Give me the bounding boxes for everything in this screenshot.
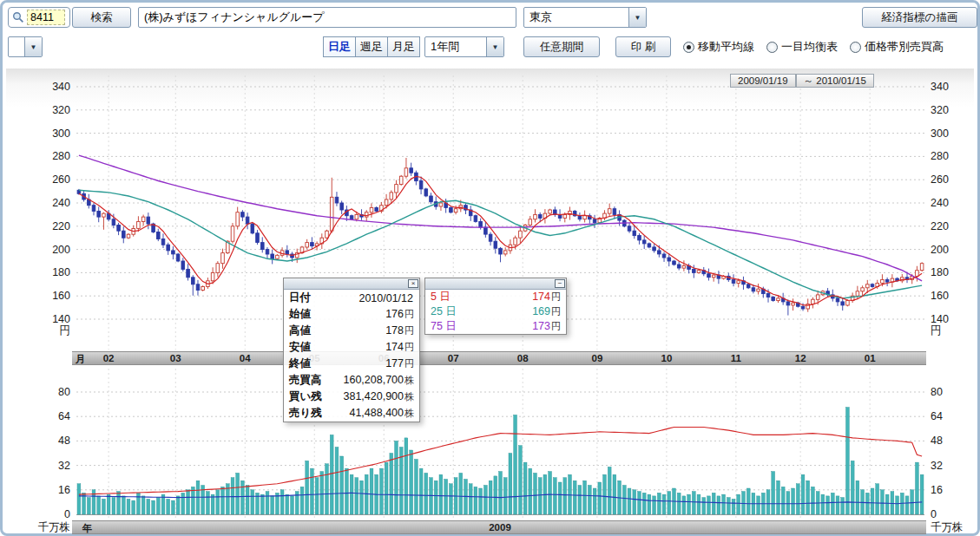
- month-label: 月: [76, 353, 86, 366]
- date-to-box[interactable]: ～ 2010/01/15: [796, 74, 874, 88]
- search-button[interactable]: 検索: [72, 7, 131, 28]
- month-label: 03: [170, 353, 181, 363]
- radio-icon[interactable]: [850, 42, 861, 53]
- minimize-icon[interactable]: −: [555, 279, 565, 288]
- tooltip-row: 売り残41,488,400株: [284, 405, 419, 422]
- date-range-control[interactable]: 2009/01/19 ～ 2010/01/15: [730, 74, 874, 88]
- radio-icon[interactable]: [683, 42, 694, 53]
- custom-period-button[interactable]: 任意期間: [523, 36, 600, 57]
- ticker-search-box: [8, 7, 70, 28]
- chevron-down-icon[interactable]: ▼: [486, 37, 503, 56]
- legend-titlebar[interactable]: −: [425, 278, 566, 290]
- ticker-code-input[interactable]: [27, 10, 65, 25]
- month-label: 09: [592, 353, 603, 363]
- symbol-dropdown[interactable]: ▼: [8, 36, 43, 57]
- year-value: 2009: [489, 522, 511, 533]
- tooltip-rows: 日付2010/01/12始値176円高値178円安値174円終値177円売買高1…: [284, 290, 419, 422]
- year-axis-label: 年: [82, 522, 93, 535]
- chevron-down-icon[interactable]: ▼: [24, 37, 42, 56]
- symbol-dropdown-value: [9, 37, 24, 56]
- radio-price-volume[interactable]: 価格帯別売買高: [850, 39, 944, 55]
- month-label: 12: [795, 353, 806, 363]
- tooltip-row: 買い残381,420,900株: [284, 389, 419, 405]
- economic-indicator-button[interactable]: 経済指標の描画: [862, 7, 977, 28]
- month-band: 月020304050607080910111201: [72, 351, 926, 365]
- radio-label: 移動平均線: [698, 39, 754, 55]
- tooltip-row: 終値177円: [284, 356, 419, 372]
- month-label: 10: [661, 353, 672, 363]
- period-select[interactable]: 1年間 ▼: [424, 36, 504, 57]
- month-label: 01: [865, 353, 876, 363]
- month-label: 11: [731, 353, 741, 363]
- radio-label: 一目均衡表: [781, 39, 838, 55]
- legend-row: 5 日174円: [425, 290, 566, 304]
- period-value: 1年間: [425, 37, 486, 56]
- company-name-input[interactable]: [144, 11, 510, 24]
- chart-tabs: 日足週足月足: [324, 36, 420, 57]
- tooltip-row: 売買高160,208,700株: [284, 372, 419, 389]
- radio-moving-average[interactable]: 移動平均線: [683, 39, 754, 55]
- year-band: 年 2009: [72, 520, 926, 534]
- radio-icon[interactable]: [766, 42, 778, 53]
- exchange-select[interactable]: 東京 ▼: [523, 7, 647, 28]
- company-name-field[interactable]: [138, 7, 516, 28]
- print-button[interactable]: 印 刷: [615, 36, 671, 57]
- radio-label: 価格帯別売買高: [865, 39, 944, 55]
- tab-weekly[interactable]: 週足: [355, 36, 388, 57]
- search-icon: [12, 11, 24, 23]
- legend-row: 75 日173円: [425, 319, 566, 334]
- overlay-radio-group: 移動平均線一目均衡表価格帯別売買高: [683, 36, 944, 57]
- month-label: 04: [240, 353, 251, 363]
- tooltip-titlebar[interactable]: ×: [284, 278, 419, 290]
- quote-tooltip: × 日付2010/01/12始値176円高値178円安値174円終値177円売買…: [283, 278, 420, 422]
- tab-monthly[interactable]: 月足: [387, 36, 420, 57]
- month-label: 02: [103, 353, 115, 363]
- legend-rows: 5 日174円25 日169円75 日173円: [425, 290, 566, 334]
- month-label: 08: [517, 353, 529, 363]
- tooltip-row: 安値174円: [284, 339, 419, 356]
- exchange-value: 東京: [524, 8, 628, 27]
- tooltip-row: 日付2010/01/12: [284, 290, 419, 306]
- close-icon[interactable]: ×: [408, 279, 418, 288]
- legend-row: 25 日169円: [425, 304, 566, 319]
- tab-daily[interactable]: 日足: [323, 36, 356, 57]
- date-from-box[interactable]: 2009/01/19: [730, 74, 796, 88]
- tooltip-row: 高値178円: [284, 323, 419, 339]
- tooltip-row: 始値176円: [284, 306, 419, 323]
- radio-ichimoku[interactable]: 一目均衡表: [766, 39, 838, 55]
- month-label: 07: [448, 353, 459, 363]
- chevron-down-icon[interactable]: ▼: [628, 8, 646, 27]
- stock-chart-app: 検索 東京 ▼ 経済指標の描画 ▼ 日足週足月足 1年間 ▼ 任意期間 印 刷 …: [0, 0, 980, 536]
- ma-legend: − 5 日174円25 日169円75 日173円: [424, 278, 567, 335]
